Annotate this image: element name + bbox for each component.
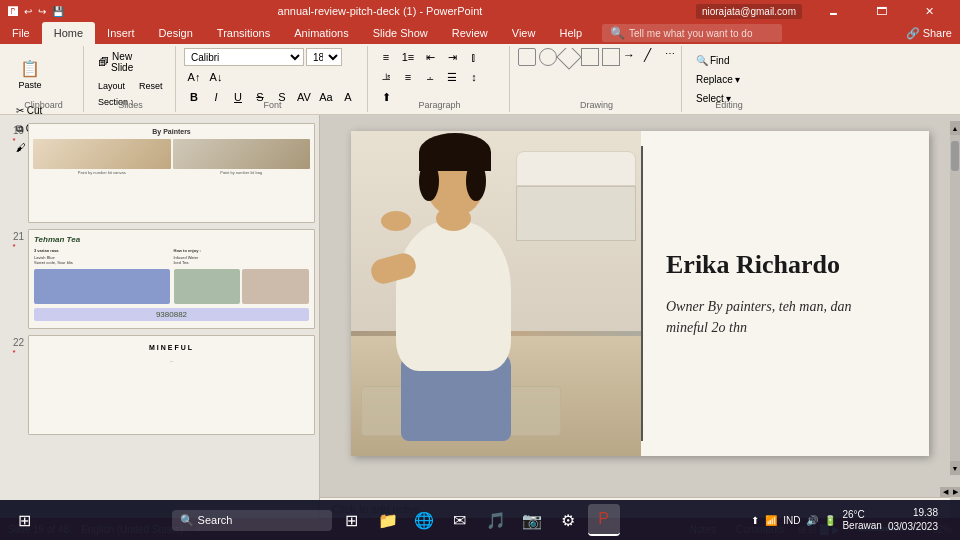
window-controls: 🗕 🗖 ✕: [810, 0, 952, 22]
search-icon: 🔍: [610, 26, 625, 40]
justify-btn[interactable]: ☰: [442, 68, 462, 86]
align-right-btn[interactable]: ⫠: [420, 68, 440, 86]
canvas-vscroll[interactable]: [950, 131, 960, 475]
font-size-select[interactable]: 18: [306, 48, 342, 66]
minimize-btn[interactable]: 🗕: [810, 0, 856, 22]
tab-view[interactable]: View: [500, 22, 548, 44]
tab-home[interactable]: Home: [42, 22, 95, 44]
shape-line[interactable]: ╱: [644, 48, 662, 66]
bold-btn[interactable]: B: [184, 88, 204, 106]
powerpoint-btn[interactable]: P: [588, 504, 620, 536]
slide-panel[interactable]: 19 * By Painters Paint by number kit can…: [0, 115, 320, 519]
line-spacing-btn[interactable]: ↕: [464, 68, 484, 86]
tab-file[interactable]: File: [0, 22, 42, 44]
hscroll-btn1[interactable]: ◀: [940, 487, 950, 497]
shape-select-oval[interactable]: [539, 48, 557, 66]
shape-select-rect3[interactable]: [602, 48, 620, 66]
vscroll-down-btn[interactable]: ▼: [950, 461, 960, 475]
italic-btn[interactable]: I: [206, 88, 226, 106]
color-btn[interactable]: A: [338, 88, 358, 106]
increase-indent-btn[interactable]: ⇥: [442, 48, 462, 66]
slide-img-19[interactable]: By Painters Paint by number kit canvas P…: [28, 123, 315, 223]
numbering-btn[interactable]: 1≡: [398, 48, 418, 66]
slide-img-22[interactable]: MINEFUL ...: [28, 335, 315, 435]
tray-icon1[interactable]: ⬆: [751, 515, 759, 526]
font-label: Font: [263, 100, 281, 110]
undo-btn[interactable]: ↩: [24, 6, 32, 17]
music-btn[interactable]: 🎵: [480, 504, 512, 536]
system-tray: ⬆ 📶 IND 🔊 🔋: [751, 515, 836, 526]
tab-animations[interactable]: Animations: [282, 22, 360, 44]
mail-btn[interactable]: ✉: [444, 504, 476, 536]
settings-btn[interactable]: ⚙: [552, 504, 584, 536]
maximize-btn[interactable]: 🗖: [858, 0, 904, 22]
hscroll-btn2[interactable]: ▶: [950, 487, 960, 497]
slide-thumb-19[interactable]: 19 * By Painters Paint by number kit can…: [4, 123, 315, 223]
shape-arrow[interactable]: →: [623, 48, 641, 66]
battery-icon[interactable]: 🔋: [824, 515, 836, 526]
slide-img-21[interactable]: Tehman Tea 3 varian rasa Lavish Blue Swe…: [28, 229, 315, 329]
edge-btn[interactable]: 🌐: [408, 504, 440, 536]
tab-help[interactable]: Help: [547, 22, 594, 44]
underline-btn[interactable]: U: [228, 88, 248, 106]
weather-desc: Berawan: [842, 520, 881, 531]
paragraph-label: Paragraph: [418, 100, 460, 110]
ribbon-search[interactable]: Tell me what you want to do: [629, 28, 752, 39]
drink-placeholder1: [174, 269, 241, 304]
close-btn[interactable]: ✕: [906, 0, 952, 22]
clock-date: 03/03/2023: [888, 520, 938, 534]
share-btn[interactable]: 🔗 Share: [906, 27, 952, 40]
align-left-btn[interactable]: ⫡: [376, 68, 396, 86]
shape-select-diamond[interactable]: [556, 48, 581, 70]
font-family-select[interactable]: Calibri: [184, 48, 304, 66]
taskbar-search[interactable]: 🔍 Search: [172, 510, 332, 531]
decrease-font-btn[interactable]: A↓: [206, 68, 226, 86]
replace-btn[interactable]: Replace ▾: [690, 71, 746, 88]
spacing-btn[interactable]: AV: [294, 88, 314, 106]
wifi-icon[interactable]: 📶: [765, 515, 777, 526]
decrease-indent-btn[interactable]: ⇤: [420, 48, 440, 66]
main-area: 19 * By Painters Paint by number kit can…: [0, 115, 960, 519]
slide-thumb-21[interactable]: 21 * Tehman Tea 3 varian rasa Lavish Blu…: [4, 229, 315, 329]
paragraph-group: ≡ 1≡ ⇤ ⇥ ⫿ ⫡ ≡ ⫠ ☰ ↕ ⬆ Paragraph: [370, 46, 510, 112]
more-shapes-btn[interactable]: ⋯: [665, 48, 683, 66]
paste-btn[interactable]: 📋 Paste: [10, 48, 50, 100]
align-center-btn[interactable]: ≡: [398, 68, 418, 86]
vscroll-up-btn[interactable]: ▲: [950, 121, 960, 135]
start-btn[interactable]: ⊞: [8, 504, 40, 536]
clock-widget[interactable]: 19.38 03/03/2023: [888, 506, 938, 534]
new-slide-btn[interactable]: 🗊 NewSlide: [92, 48, 139, 76]
slide-text-area: Erika Richardo Owner By painters, teh ma…: [641, 131, 929, 456]
save-btn[interactable]: 💾: [52, 6, 64, 17]
hscroll-controls: ◀ ▶: [940, 487, 960, 497]
text-direction-btn[interactable]: ⬆: [376, 88, 396, 106]
case-btn[interactable]: Aa: [316, 88, 336, 106]
tab-transitions[interactable]: Transitions: [205, 22, 282, 44]
task-view-btn[interactable]: ⊞: [336, 504, 368, 536]
shape-select-rect2[interactable]: [581, 48, 599, 66]
slide-canvas[interactable]: Erika Richardo Owner By painters, teh ma…: [351, 131, 929, 456]
slides-label: Slides: [118, 100, 143, 110]
photo-btn[interactable]: 📷: [516, 504, 548, 536]
clipboard-group: 📋 Paste ✂ Cut ⧉ Copy 🖌 Format Clipboard: [4, 46, 84, 112]
redo-btn[interactable]: ↪: [38, 6, 46, 17]
editing-label: Editing: [715, 100, 743, 110]
tab-slideshow[interactable]: Slide Show: [361, 22, 440, 44]
language-btn[interactable]: IND: [783, 515, 800, 526]
bullets-btn[interactable]: ≡: [376, 48, 396, 66]
canvas-vscroll-thumb[interactable]: [951, 141, 959, 171]
app-icon: 🅿: [8, 6, 18, 17]
find-btn[interactable]: 🔍 Find: [690, 52, 746, 69]
tab-review[interactable]: Review: [440, 22, 500, 44]
titlebar-left: 🅿 ↩ ↪ 💾: [8, 6, 64, 17]
layout-btn[interactable]: Layout: [92, 78, 131, 94]
slide-thumb-22[interactable]: 22 * MINEFUL ...: [4, 335, 315, 435]
volume-icon[interactable]: 🔊: [806, 515, 818, 526]
explorer-btn[interactable]: 📁: [372, 504, 404, 536]
shape-select-rect[interactable]: [518, 48, 536, 66]
increase-font-btn[interactable]: A↑: [184, 68, 204, 86]
tab-insert[interactable]: Insert: [95, 22, 147, 44]
tab-design[interactable]: Design: [147, 22, 205, 44]
cols-btn[interactable]: ⫿: [464, 48, 484, 66]
reset-btn[interactable]: Reset: [133, 78, 169, 94]
